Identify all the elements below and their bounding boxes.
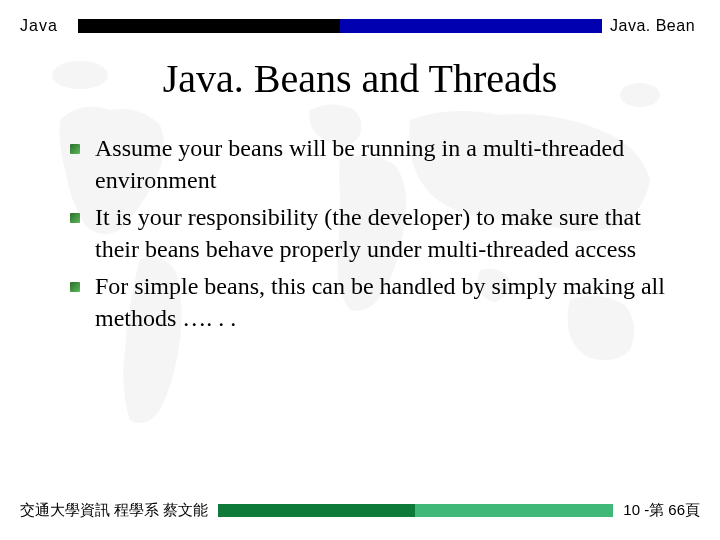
footer-page-number: 10 -第 66頁 (623, 501, 700, 520)
slide-footer: 交通大學資訊 程學系 蔡文能 10 -第 66頁 (0, 501, 720, 520)
slide-title: Java. Beans and Threads (0, 55, 720, 102)
slide-content: Assume your beans will be running in a m… (0, 132, 720, 334)
bullet-text: Assume your beans will be running in a m… (95, 135, 624, 193)
header-decorative-bar (78, 19, 602, 33)
header-right-label: Java. Bean (610, 17, 700, 35)
bullet-item: Assume your beans will be running in a m… (70, 132, 670, 197)
bullet-item: It is your responsibility (the developer… (70, 201, 670, 266)
bullet-item: For simple beans, this can be handled by… (70, 270, 670, 335)
footer-author: 交通大學資訊 程學系 蔡文能 (20, 501, 208, 520)
slide-header: Java Java. Bean (0, 0, 720, 40)
footer-decorative-bar (218, 504, 613, 517)
bullet-text: For simple beans, this can be handled by… (95, 273, 665, 331)
bullet-text: It is your responsibility (the developer… (95, 204, 641, 262)
header-left-label: Java (20, 17, 70, 35)
